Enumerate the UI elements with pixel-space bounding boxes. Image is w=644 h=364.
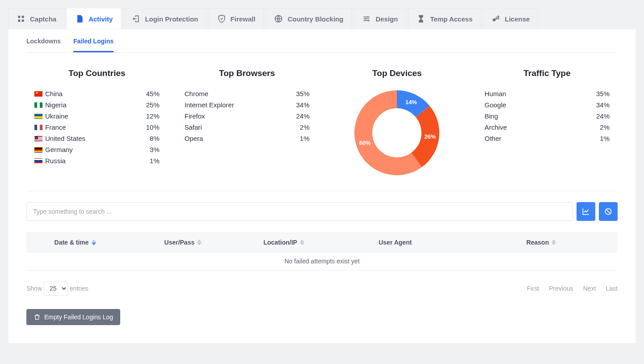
stat-row: Firefox24% [177, 110, 318, 122]
stat-row: Ukraine12% [26, 110, 168, 122]
sub-tabs: Lockdowns Failed Logins [26, 30, 618, 53]
stat-row: Safari2% [177, 122, 318, 133]
col-user-agent[interactable]: User Agent [326, 239, 465, 246]
section-title: Top Browsers [177, 68, 318, 78]
stat-row: Other1% [476, 133, 618, 144]
stat-row: Google34% [476, 99, 618, 110]
stats-row: Top Countries China45% Nigeria25% Ukrain… [26, 68, 618, 191]
page-last[interactable]: Last [606, 285, 618, 292]
svg-text:26%: 26% [425, 133, 436, 140]
table-footer: Show 25 entries First Previous Next Last [26, 281, 618, 296]
flag-de-icon [34, 147, 42, 152]
pager: First Previous Next Last [527, 285, 618, 292]
tab-country-blocking[interactable]: Country Blocking [265, 8, 352, 29]
stat-row: France10% [26, 122, 168, 133]
entries-select[interactable]: 25 [44, 281, 68, 296]
activity-panel: Lockdowns Failed Logins Top Countries Ch… [8, 29, 636, 343]
top-devices: Top Devices 14%26%60% [327, 68, 468, 178]
failed-logins-table: Date & time User/Pass Location/IP User A… [26, 233, 618, 271]
tab-label: Design [375, 15, 398, 23]
stat-row: United States8% [26, 133, 168, 144]
globe-icon [274, 14, 283, 23]
tab-label: Captcha [30, 15, 56, 23]
empty-log-button[interactable]: Empty Failed Logins Log [26, 309, 120, 325]
subtab-lockdowns[interactable]: Lockdowns [26, 30, 61, 52]
trash-icon [34, 313, 41, 321]
block-button[interactable] [599, 202, 618, 221]
tab-firewall[interactable]: Firewall [209, 8, 264, 29]
tab-design[interactable]: Design [354, 8, 406, 29]
tab-label: Login Protection [145, 15, 198, 23]
flag-us-icon [34, 136, 42, 141]
stat-row: Nigeria25% [26, 99, 168, 110]
block-icon [604, 207, 613, 216]
shield-icon [217, 14, 226, 23]
stat-row: Human35% [476, 88, 618, 99]
sort-icon [551, 239, 556, 245]
col-date[interactable]: Date & time [26, 239, 124, 246]
flag-fr-icon [34, 125, 42, 130]
tab-login-protection[interactable]: Login Protection [123, 8, 206, 29]
svg-text:14%: 14% [405, 99, 417, 106]
chart-button[interactable] [577, 202, 595, 221]
section-title: Traffic Type [476, 68, 618, 78]
captcha-icon [17, 14, 25, 23]
svg-point-1 [367, 16, 369, 17]
tab-license[interactable]: License [483, 8, 538, 29]
sort-icon [300, 239, 304, 245]
tab-label: Temp Access [430, 15, 472, 23]
tab-temp-access[interactable]: Temp Access [408, 8, 481, 29]
stat-row: Archive2% [476, 122, 618, 133]
table-header: Date & time User/Pass Location/IP User A… [26, 233, 618, 252]
section-title: Top Devices [327, 68, 468, 78]
file-icon [75, 14, 84, 23]
main-tabs: Captcha Activity Login Protection Firewa… [8, 8, 636, 29]
col-reason[interactable]: Reason [465, 239, 618, 246]
key-icon [491, 14, 500, 23]
sort-icon [197, 239, 202, 245]
login-icon [131, 14, 140, 23]
stat-row: Chrome35% [177, 88, 318, 99]
donut-chart: 14%26%60% [327, 88, 468, 178]
empty-message: No failed attempts exist yet [26, 252, 618, 271]
svg-text:60%: 60% [359, 140, 371, 146]
tab-label: Firewall [231, 15, 256, 23]
traffic-type: Traffic Type Human35% Google34% Bing24% … [476, 68, 618, 178]
stat-row: Internet Explorer34% [177, 99, 318, 110]
stat-row: China45% [26, 88, 168, 99]
section-title: Top Countries [26, 68, 168, 78]
hourglass-icon [417, 14, 425, 23]
page-next[interactable]: Next [583, 285, 596, 292]
tab-label: Activity [88, 15, 113, 23]
tab-label: License [505, 15, 530, 23]
sort-icon [92, 239, 96, 245]
col-user[interactable]: User/Pass [124, 239, 242, 246]
svg-point-4 [493, 18, 496, 21]
stat-row: Russia1% [26, 155, 168, 166]
svg-point-2 [365, 18, 366, 19]
flag-ru-icon [34, 158, 42, 164]
page-first[interactable]: First [527, 285, 539, 292]
top-browsers: Top Browsers Chrome35% Internet Explorer… [177, 68, 318, 178]
page-previous[interactable]: Previous [549, 285, 573, 292]
top-countries: Top Countries China45% Nigeria25% Ukrain… [26, 68, 168, 178]
tab-captcha[interactable]: Captcha [8, 8, 65, 29]
tab-activity[interactable]: Activity [67, 8, 121, 29]
svg-point-3 [368, 20, 370, 21]
flag-cn-icon [34, 91, 42, 97]
stat-row: Opera1% [177, 133, 318, 144]
subtab-failed-logins[interactable]: Failed Logins [73, 30, 114, 52]
search-row [26, 202, 618, 221]
tab-label: Country Blocking [287, 15, 343, 23]
flag-ua-icon [34, 114, 42, 119]
entries-control: Show 25 entries [26, 281, 88, 296]
chart-icon [581, 207, 590, 216]
sliders-icon [362, 14, 371, 23]
stat-row: Germany3% [26, 144, 168, 155]
stat-row: Bing24% [476, 110, 618, 122]
search-input[interactable] [26, 202, 573, 221]
flag-ng-icon [34, 102, 42, 108]
col-location[interactable]: Location/IP [242, 239, 326, 246]
